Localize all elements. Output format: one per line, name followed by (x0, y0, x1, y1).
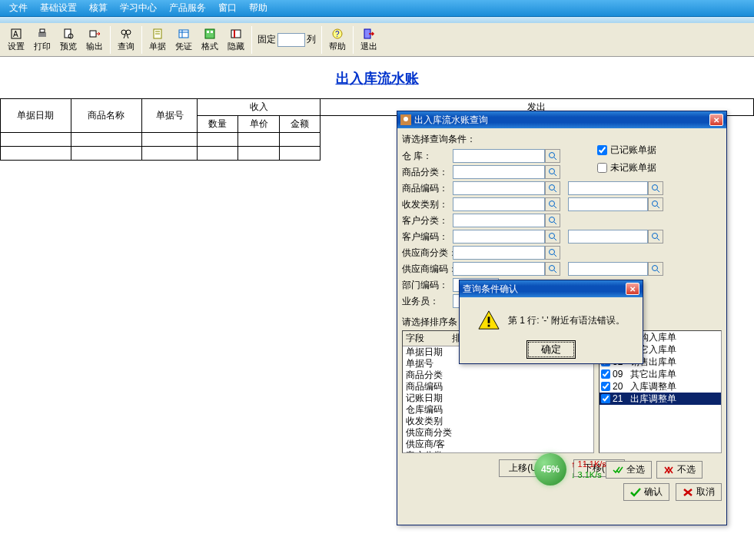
tb-voucher[interactable]: 凭证 (171, 25, 197, 55)
list-item[interactable]: 供应商分类 (403, 427, 593, 439)
list-item[interactable]: 商品分类 (403, 369, 593, 381)
lookup-icon[interactable] (648, 181, 663, 195)
lookup-icon[interactable] (545, 197, 560, 211)
input-prodcode-from[interactable] (453, 181, 545, 195)
svg-line-28 (554, 157, 556, 160)
input-prodcode-to[interactable] (568, 181, 648, 195)
list-item[interactable]: 商品编码 (403, 381, 593, 393)
tb-document[interactable]: 单据 (144, 25, 171, 55)
input-custcat-from[interactable] (453, 214, 545, 227)
query-dialog-title[interactable]: 出入库流水账查询 ✕ (397, 111, 726, 128)
svg-point-49 (653, 266, 658, 271)
svg-point-27 (550, 153, 555, 158)
tb-exit[interactable]: 退出 (356, 25, 382, 55)
svg-rect-17 (205, 29, 214, 38)
tb-settings[interactable]: A设置 (3, 25, 29, 55)
label-iotype: 收发类别： (402, 198, 453, 211)
select-all-button[interactable]: 全选 (606, 461, 652, 479)
input-suppcode-to[interactable] (568, 262, 648, 276)
label-suppcat: 供应商分类： (402, 247, 453, 260)
svg-point-33 (653, 185, 658, 191)
lookup-icon[interactable] (648, 230, 663, 244)
check-icon (630, 488, 641, 497)
lookup-icon[interactable] (648, 262, 663, 276)
network-speed-widget[interactable]: 45% ↑ 11.1K/s ↓ 3.1K/s (534, 453, 606, 485)
label-deptcode: 部门编码： (402, 279, 453, 292)
lookup-icon[interactable] (545, 246, 560, 260)
input-suppcode-from[interactable] (453, 262, 545, 276)
tb-help[interactable]: ?帮助 (324, 25, 350, 55)
svg-line-30 (554, 174, 556, 176)
input-suppcat-from[interactable] (453, 246, 545, 260)
fixed-columns: 固定 列 (257, 33, 316, 47)
lookup-icon[interactable] (545, 214, 560, 227)
list-item[interactable]: 记账日期 (403, 393, 593, 404)
doctype-checkbox[interactable] (601, 369, 610, 379)
svg-point-39 (550, 217, 555, 223)
select-none-button[interactable]: 不选 (656, 461, 703, 479)
doctype-checkbox[interactable] (601, 382, 610, 391)
toolbar: A设置 打印 预览 输出 查询 单据 凭证 格式 隐藏 固定 列 ?帮助 退出 (0, 23, 754, 57)
lookup-icon[interactable] (545, 181, 560, 195)
tb-format[interactable]: 格式 (197, 25, 223, 55)
warning-icon (477, 310, 500, 331)
input-iotype-from[interactable] (453, 197, 545, 211)
menu-basic-settings[interactable]: 基础设置 (34, 0, 83, 16)
input-custcode-to[interactable] (568, 230, 648, 244)
input-iotype-to[interactable] (568, 197, 648, 211)
tb-print[interactable]: 打印 (29, 25, 55, 55)
menu-file[interactable]: 文件 (3, 0, 34, 16)
menu-window[interactable]: 窗口 (212, 0, 243, 16)
svg-rect-4 (65, 29, 71, 38)
svg-text:A: A (13, 30, 18, 38)
label-prodcat: 商品分类： (402, 166, 453, 179)
doctype-item[interactable]: 20入库调整单 (600, 380, 721, 393)
menu-learning[interactable]: 学习中心 (114, 0, 163, 16)
check-booked[interactable]: 已记账单据 (596, 143, 657, 157)
menu-strip (0, 17, 754, 23)
doctype-item[interactable]: 09其它出库单 (600, 368, 721, 380)
label-clerk: 业务员： (402, 295, 453, 308)
svg-text:?: ? (335, 30, 340, 38)
confirm-ok-button[interactable]: 确定 (526, 340, 576, 359)
menu-help[interactable]: 帮助 (243, 0, 274, 16)
tb-hide[interactable]: 隐藏 (223, 25, 249, 55)
tb-output[interactable]: 输出 (81, 25, 108, 55)
menu-products[interactable]: 产品服务 (163, 0, 212, 16)
close-icon[interactable]: ✕ (626, 283, 639, 295)
svg-point-29 (550, 169, 555, 174)
svg-point-47 (550, 266, 555, 271)
doctype-checkbox[interactable] (601, 394, 610, 403)
cancel-button[interactable]: 取消 (676, 483, 722, 501)
svg-rect-19 (211, 31, 213, 33)
input-custcode-from[interactable] (453, 230, 545, 244)
page-title-area: 出入库流水账 (0, 57, 754, 95)
input-warehouse-from[interactable] (453, 149, 545, 163)
lookup-icon[interactable] (545, 230, 560, 244)
col-in: 收入 (198, 99, 321, 116)
lookup-icon[interactable] (648, 197, 663, 211)
list-item[interactable]: 收发类别 (403, 416, 593, 427)
page-title-link[interactable]: 出入库流水账 (336, 71, 419, 86)
menu-bar: 文件 基础设置 核算 学习中心 产品服务 窗口 帮助 (0, 0, 754, 17)
svg-point-8 (126, 30, 131, 35)
list-item[interactable]: 供应商/客 (403, 439, 593, 450)
close-icon[interactable]: ✕ (709, 114, 723, 126)
fixed-input[interactable] (277, 33, 305, 47)
list-item[interactable]: 仓库编码 (403, 404, 593, 416)
lookup-icon[interactable] (545, 165, 560, 179)
tb-query[interactable]: 查询 (113, 25, 139, 55)
svg-rect-2 (38, 32, 46, 37)
input-prodcat-from[interactable] (453, 165, 545, 179)
menu-accounting[interactable]: 核算 (83, 0, 114, 16)
lookup-icon[interactable] (545, 262, 560, 276)
doctype-item[interactable]: 21出库调整单 (600, 393, 721, 405)
svg-point-43 (653, 234, 658, 239)
lookup-icon[interactable] (545, 149, 560, 163)
ok-button[interactable]: 确认 (623, 483, 669, 501)
tb-preview[interactable]: 预览 (55, 25, 81, 55)
col-name: 商品名称 (71, 99, 141, 133)
confirm-title[interactable]: 查询条件确认 ✕ (460, 280, 643, 297)
check-unbooked[interactable]: 未记账单据 (596, 161, 657, 175)
separator (141, 26, 142, 54)
